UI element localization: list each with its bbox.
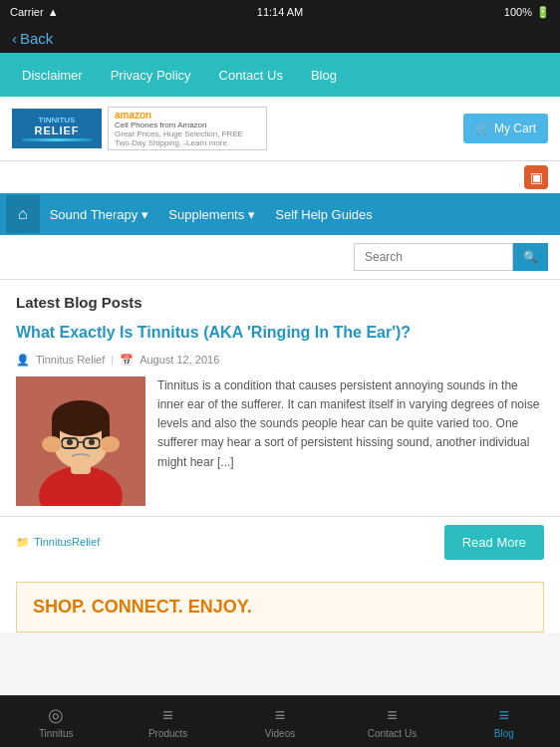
bottom-nav-tinnitus[interactable]: ◎ Tinnitus (0, 696, 112, 747)
logo-wave (22, 138, 92, 141)
home-nav-button[interactable]: ⌂ (6, 195, 40, 233)
latest-posts-heading: Latest Blog Posts (16, 294, 544, 311)
post-image (16, 376, 145, 506)
chevron-left-icon: ‹ (12, 30, 17, 47)
search-button[interactable]: 🔍 (513, 243, 548, 271)
time-label: 11:14 AM (257, 6, 303, 18)
amazon-banner[interactable]: amazon Cell Phones from Amazon Great Pri… (108, 107, 267, 150)
read-more-button[interactable]: Read More (444, 525, 544, 560)
category-label: TinnitusRelief (34, 536, 100, 548)
category-icon: 📁 (16, 536, 30, 549)
post-image-svg (16, 376, 145, 506)
logo-area: TINNITUS RELIEF amazon Cell Phones from … (12, 107, 267, 150)
videos-icon: ≡ (275, 705, 286, 726)
videos-label: Videos (265, 728, 295, 739)
carrier-label: Carrier (10, 6, 44, 18)
back-button[interactable]: ‹ Back (12, 30, 53, 47)
post-meta: 👤 Tinnitus Relief | 📅 August 12, 2016 (16, 354, 544, 367)
bottom-nav: ◎ Tinnitus ≡ Products ≡ Videos ≡ Contact… (0, 695, 560, 747)
main-nav: ⌂ Sound Therapy ▾ Supplements ▾ Self Hel… (0, 193, 560, 235)
cart-button[interactable]: 🛒 My Cart (463, 114, 548, 143)
self-help-label: Self Help Guides (275, 207, 373, 222)
post-author-icon: 👤 (16, 354, 30, 367)
post-title[interactable]: What Exactly Is Tinnitus (AKA 'Ringing I… (16, 323, 544, 344)
wifi-icon: ▲ (48, 6, 59, 18)
search-input[interactable] (354, 243, 513, 271)
cart-icon: 🛒 (475, 122, 490, 135)
sound-therapy-label: Sound Therapy (50, 207, 139, 222)
blog-label: Blog (494, 728, 514, 739)
calendar-icon: 📅 (120, 354, 134, 367)
blog-icon: ≡ (499, 705, 510, 726)
svg-point-11 (42, 436, 62, 452)
battery-label: 100% (504, 6, 532, 18)
back-bar: ‹ Back (0, 24, 560, 53)
rss-area: ▣ (0, 161, 560, 193)
bottom-nav-blog[interactable]: ≡ Blog (448, 696, 560, 747)
contact-label: Contact Us (368, 728, 417, 739)
post-excerpt: Tinnitus is a condition that causes pers… (157, 376, 544, 506)
shop-text: SHOP. CONNECT. ENJOY. (33, 597, 527, 618)
post-category[interactable]: 📁 TinnitusRelief (16, 536, 100, 549)
dropdown-arrow-icon: ▾ (248, 207, 255, 222)
svg-point-5 (52, 400, 110, 436)
meta-separator: | (111, 354, 114, 366)
battery-icon: 🔋 (536, 6, 550, 19)
post-author: Tinnitus Relief (36, 354, 105, 366)
site-logo: TINNITUS RELIEF (12, 109, 102, 148)
amazon-label: amazon (115, 110, 260, 121)
svg-point-12 (100, 436, 120, 452)
tab-disclaimer[interactable]: Disclaimer (8, 56, 97, 95)
rss-button[interactable]: ▣ (524, 165, 548, 189)
home-icon: ⌂ (18, 205, 28, 222)
search-icon: 🔍 (523, 250, 538, 264)
post-date: August 12, 2016 (140, 354, 219, 366)
tab-blog[interactable]: Blog (297, 56, 351, 95)
post-footer: 📁 TinnitusRelief Read More (16, 517, 544, 572)
tinnitus-icon: ◎ (48, 704, 64, 726)
products-label: Products (148, 728, 187, 739)
contact-icon: ≡ (387, 705, 398, 726)
amazon-subtext: Great Prices, Huge Selection, FREE Two-D… (115, 129, 260, 147)
back-label: Back (20, 30, 53, 47)
rss-icon: ▣ (530, 169, 543, 185)
post-body: Tinnitus is a condition that causes pers… (16, 376, 544, 506)
nav-self-help-guides[interactable]: Self Help Guides (265, 195, 383, 234)
tab-privacy-policy[interactable]: Privacy Policy (97, 56, 205, 95)
search-bar: 🔍 (0, 235, 560, 280)
header: TINNITUS RELIEF amazon Cell Phones from … (0, 97, 560, 161)
svg-point-14 (89, 439, 95, 445)
blog-content: Latest Blog Posts What Exactly Is Tinnit… (0, 280, 560, 632)
logo-line1: TINNITUS (22, 116, 92, 124)
dropdown-arrow-icon: ▾ (141, 207, 148, 222)
nav-supplements[interactable]: Supplements ▾ (158, 195, 265, 234)
cart-label: My Cart (494, 122, 536, 135)
tab-contact-us[interactable]: Contact Us (205, 56, 297, 95)
bottom-nav-contact[interactable]: ≡ Contact Us (336, 696, 447, 747)
logo-line2: RELIEF (22, 124, 92, 136)
tinnitus-label: Tinnitus (39, 728, 74, 739)
svg-point-13 (67, 439, 73, 445)
status-bar: Carrier ▲ 11:14 AM 100% 🔋 (0, 0, 560, 24)
nav-tabs: Disclaimer Privacy Policy Contact Us Blo… (0, 53, 560, 97)
bottom-nav-videos[interactable]: ≡ Videos (224, 696, 336, 747)
amazon-text: Cell Phones from Amazon (115, 121, 260, 129)
products-icon: ≡ (162, 705, 173, 726)
bottom-nav-products[interactable]: ≡ Products (112, 696, 223, 747)
supplements-label: Supplements (168, 207, 244, 222)
nav-sound-therapy[interactable]: Sound Therapy ▾ (40, 195, 159, 234)
shop-banner: SHOP. CONNECT. ENJOY. (16, 582, 544, 632)
